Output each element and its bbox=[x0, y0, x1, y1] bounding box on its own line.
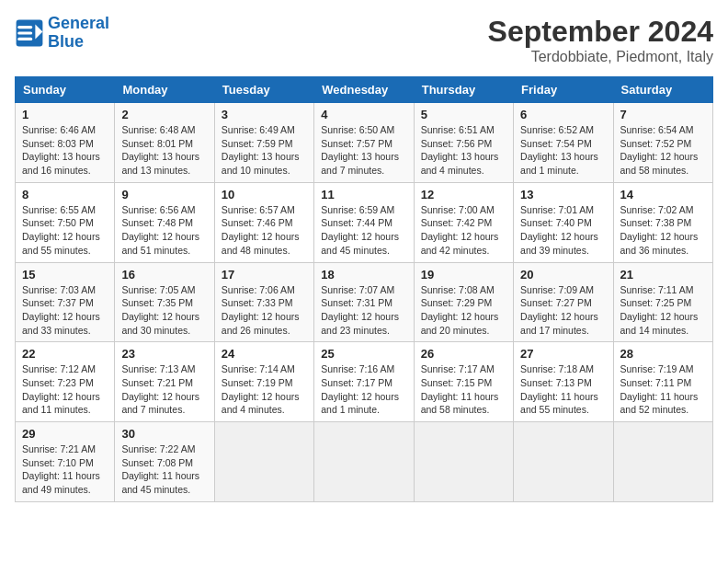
day-number: 25 bbox=[321, 347, 406, 361]
day-number: 29 bbox=[22, 427, 108, 441]
day-number: 2 bbox=[121, 108, 207, 121]
day-number: 9 bbox=[121, 188, 207, 201]
day-info: Sunrise: 7:12 AMSunset: 7:23 PMDaylight:… bbox=[22, 362, 108, 417]
day-info: Sunrise: 7:19 AMSunset: 7:11 PMDaylight:… bbox=[620, 362, 706, 417]
calendar-day-cell: 23Sunrise: 7:13 AMSunset: 7:21 PMDayligh… bbox=[115, 342, 214, 422]
day-number: 6 bbox=[520, 108, 606, 121]
svg-rect-2 bbox=[17, 26, 32, 29]
empty-cell bbox=[514, 422, 613, 502]
day-info: Sunrise: 6:56 AMSunset: 7:48 PMDaylight:… bbox=[121, 203, 207, 258]
empty-cell bbox=[314, 422, 414, 502]
day-info: Sunrise: 7:13 AMSunset: 7:21 PMDaylight:… bbox=[121, 362, 207, 417]
day-info: Sunrise: 6:52 AMSunset: 7:54 PMDaylight:… bbox=[520, 123, 606, 178]
day-number: 18 bbox=[321, 268, 406, 282]
day-info: Sunrise: 6:50 AMSunset: 7:57 PMDaylight:… bbox=[321, 123, 406, 178]
day-number: 20 bbox=[520, 268, 606, 282]
col-header-tuesday: Tuesday bbox=[214, 77, 313, 103]
empty-cell bbox=[613, 422, 712, 502]
logo-text: General Blue bbox=[48, 15, 109, 52]
calendar-day-cell: 18Sunrise: 7:07 AMSunset: 7:31 PMDayligh… bbox=[314, 262, 414, 342]
calendar-day-cell: 19Sunrise: 7:08 AMSunset: 7:29 PMDayligh… bbox=[414, 262, 513, 342]
calendar-day-cell: 13Sunrise: 7:01 AMSunset: 7:40 PMDayligh… bbox=[514, 182, 613, 262]
day-info: Sunrise: 7:03 AMSunset: 7:37 PMDaylight:… bbox=[22, 283, 108, 338]
day-info: Sunrise: 6:55 AMSunset: 7:50 PMDaylight:… bbox=[22, 203, 108, 258]
col-header-thursday: Thursday bbox=[414, 77, 513, 103]
day-info: Sunrise: 6:57 AMSunset: 7:46 PMDaylight:… bbox=[222, 203, 307, 258]
svg-rect-3 bbox=[17, 31, 32, 34]
calendar-day-cell: 10Sunrise: 6:57 AMSunset: 7:46 PMDayligh… bbox=[214, 182, 313, 262]
calendar-day-cell: 8Sunrise: 6:55 AMSunset: 7:50 PMDaylight… bbox=[16, 182, 115, 262]
calendar-day-cell: 4Sunrise: 6:50 AMSunset: 7:57 PMDaylight… bbox=[314, 103, 414, 183]
calendar-day-cell: 3Sunrise: 6:49 AMSunset: 7:59 PMDaylight… bbox=[214, 103, 313, 183]
calendar-day-cell: 9Sunrise: 6:56 AMSunset: 7:48 PMDaylight… bbox=[115, 182, 214, 262]
day-info: Sunrise: 7:05 AMSunset: 7:35 PMDaylight:… bbox=[121, 283, 207, 338]
calendar-day-cell: 26Sunrise: 7:17 AMSunset: 7:15 PMDayligh… bbox=[414, 342, 513, 422]
day-number: 15 bbox=[22, 268, 108, 282]
page-subtitle: Terdobbiate, Piedmont, Italy bbox=[488, 49, 713, 65]
day-info: Sunrise: 7:21 AMSunset: 7:10 PMDaylight:… bbox=[22, 442, 108, 497]
empty-cell bbox=[214, 422, 313, 502]
col-header-friday: Friday bbox=[514, 77, 613, 103]
calendar-day-cell: 7Sunrise: 6:54 AMSunset: 7:52 PMDaylight… bbox=[613, 103, 712, 183]
calendar-day-cell: 6Sunrise: 6:52 AMSunset: 7:54 PMDaylight… bbox=[514, 103, 613, 183]
calendar-day-cell: 30Sunrise: 7:22 AMSunset: 7:08 PMDayligh… bbox=[115, 422, 214, 502]
day-number: 5 bbox=[421, 108, 506, 121]
day-number: 11 bbox=[321, 188, 406, 201]
day-number: 23 bbox=[121, 347, 207, 361]
day-number: 1 bbox=[22, 108, 108, 121]
empty-cell bbox=[414, 422, 513, 502]
calendar-table: SundayMondayTuesdayWednesdayThursdayFrid… bbox=[15, 76, 713, 502]
calendar-day-cell: 2Sunrise: 6:48 AMSunset: 8:01 PMDaylight… bbox=[115, 103, 214, 183]
day-info: Sunrise: 6:48 AMSunset: 8:01 PMDaylight:… bbox=[121, 123, 207, 178]
day-number: 3 bbox=[222, 108, 307, 121]
day-number: 27 bbox=[520, 347, 606, 361]
calendar-day-cell: 22Sunrise: 7:12 AMSunset: 7:23 PMDayligh… bbox=[16, 342, 115, 422]
day-info: Sunrise: 6:59 AMSunset: 7:44 PMDaylight:… bbox=[321, 203, 406, 258]
day-info: Sunrise: 7:17 AMSunset: 7:15 PMDaylight:… bbox=[421, 362, 506, 417]
col-header-monday: Monday bbox=[115, 77, 214, 103]
logo-general: General bbox=[48, 14, 109, 32]
day-number: 19 bbox=[421, 268, 506, 282]
col-header-saturday: Saturday bbox=[613, 77, 712, 103]
calendar-day-cell: 24Sunrise: 7:14 AMSunset: 7:19 PMDayligh… bbox=[214, 342, 313, 422]
day-number: 30 bbox=[121, 427, 207, 441]
day-info: Sunrise: 7:02 AMSunset: 7:38 PMDaylight:… bbox=[620, 203, 706, 258]
calendar-day-cell: 17Sunrise: 7:06 AMSunset: 7:33 PMDayligh… bbox=[214, 262, 313, 342]
page-title: September 2024 bbox=[488, 15, 713, 49]
day-number: 4 bbox=[321, 108, 406, 121]
day-info: Sunrise: 6:46 AMSunset: 8:03 PMDaylight:… bbox=[22, 123, 108, 178]
calendar-week-row: 1Sunrise: 6:46 AMSunset: 8:03 PMDaylight… bbox=[16, 103, 713, 183]
calendar-day-cell: 27Sunrise: 7:18 AMSunset: 7:13 PMDayligh… bbox=[514, 342, 613, 422]
svg-rect-4 bbox=[17, 38, 32, 40]
day-info: Sunrise: 6:49 AMSunset: 7:59 PMDaylight:… bbox=[222, 123, 307, 178]
logo-blue: Blue bbox=[48, 32, 84, 51]
day-info: Sunrise: 7:00 AMSunset: 7:42 PMDaylight:… bbox=[421, 203, 506, 258]
calendar-day-cell: 1Sunrise: 6:46 AMSunset: 8:03 PMDaylight… bbox=[16, 103, 115, 183]
calendar-day-cell: 12Sunrise: 7:00 AMSunset: 7:42 PMDayligh… bbox=[414, 182, 513, 262]
day-number: 28 bbox=[620, 347, 706, 361]
day-number: 7 bbox=[620, 108, 706, 121]
day-info: Sunrise: 7:11 AMSunset: 7:25 PMDaylight:… bbox=[620, 283, 706, 338]
calendar-day-cell: 14Sunrise: 7:02 AMSunset: 7:38 PMDayligh… bbox=[613, 182, 712, 262]
calendar-day-cell: 25Sunrise: 7:16 AMSunset: 7:17 PMDayligh… bbox=[314, 342, 414, 422]
day-number: 12 bbox=[421, 188, 506, 201]
calendar-week-row: 15Sunrise: 7:03 AMSunset: 7:37 PMDayligh… bbox=[16, 262, 713, 342]
day-info: Sunrise: 6:51 AMSunset: 7:56 PMDaylight:… bbox=[421, 123, 506, 178]
day-number: 24 bbox=[222, 347, 307, 361]
day-info: Sunrise: 7:09 AMSunset: 7:27 PMDaylight:… bbox=[520, 283, 606, 338]
day-info: Sunrise: 7:08 AMSunset: 7:29 PMDaylight:… bbox=[421, 283, 506, 338]
day-info: Sunrise: 7:06 AMSunset: 7:33 PMDaylight:… bbox=[222, 283, 307, 338]
day-info: Sunrise: 7:01 AMSunset: 7:40 PMDaylight:… bbox=[520, 203, 606, 258]
calendar-day-cell: 28Sunrise: 7:19 AMSunset: 7:11 PMDayligh… bbox=[613, 342, 712, 422]
day-info: Sunrise: 7:07 AMSunset: 7:31 PMDaylight:… bbox=[321, 283, 406, 338]
day-number: 10 bbox=[222, 188, 307, 201]
day-info: Sunrise: 7:16 AMSunset: 7:17 PMDaylight:… bbox=[321, 362, 406, 417]
calendar-day-cell: 15Sunrise: 7:03 AMSunset: 7:37 PMDayligh… bbox=[16, 262, 115, 342]
calendar-day-cell: 29Sunrise: 7:21 AMSunset: 7:10 PMDayligh… bbox=[16, 422, 115, 502]
calendar-day-cell: 16Sunrise: 7:05 AMSunset: 7:35 PMDayligh… bbox=[115, 262, 214, 342]
logo: General Blue bbox=[15, 15, 109, 52]
calendar-day-cell: 20Sunrise: 7:09 AMSunset: 7:27 PMDayligh… bbox=[514, 262, 613, 342]
col-header-wednesday: Wednesday bbox=[314, 77, 414, 103]
day-info: Sunrise: 7:22 AMSunset: 7:08 PMDaylight:… bbox=[121, 442, 207, 497]
day-number: 14 bbox=[620, 188, 706, 201]
